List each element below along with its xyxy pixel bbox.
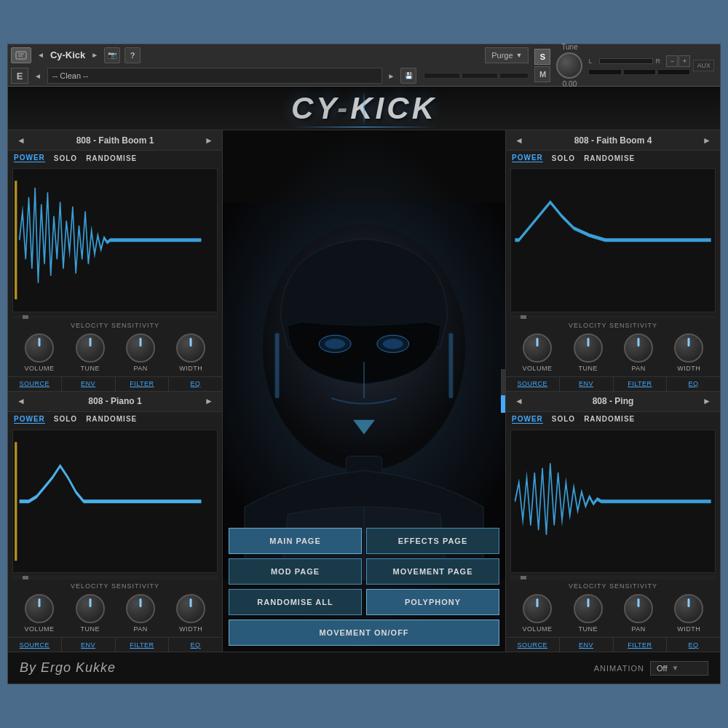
panel-bottom-left-next[interactable]: ►: [202, 396, 216, 406]
tune-knob-tr[interactable]: [574, 333, 603, 363]
pan-knob-tl[interactable]: [126, 333, 155, 363]
randomise-btn-tl[interactable]: RANDOMISE: [86, 154, 137, 162]
logo-area: CY-KICK: [8, 87, 720, 130]
volume-knob-tr[interactable]: [523, 333, 552, 363]
pan-knob-br[interactable]: [624, 594, 653, 623]
level-down-btn[interactable]: −: [666, 55, 678, 67]
width-knob-bl[interactable]: [176, 594, 205, 623]
slider-tl[interactable]: [12, 315, 218, 319]
power-btn-br[interactable]: POWER: [512, 415, 543, 424]
volume-knob-br[interactable]: [523, 594, 552, 623]
panel-bottom-left-header: ◄ 808 - Piano 1 ►: [8, 392, 222, 412]
nav-next-btn[interactable]: ►: [90, 51, 100, 59]
m-btn[interactable]: M: [534, 66, 550, 82]
power-btn-tr[interactable]: POWER: [512, 154, 543, 162]
mod-page-btn[interactable]: MOD PAGE: [229, 558, 362, 585]
width-knob-tr[interactable]: [674, 333, 703, 363]
preset-dropdown[interactable]: -- Clean --: [47, 68, 382, 84]
level-up-btn[interactable]: +: [678, 55, 690, 67]
preset-prev-btn[interactable]: ◄: [33, 72, 43, 80]
tune-knob-bl[interactable]: [76, 594, 105, 623]
top-bar: ◄ Cy-Kick ► 📷 ? Purge ▼ E ◄ -- Clean --: [8, 44, 720, 87]
tab-source-tr[interactable]: SOURCE: [506, 377, 560, 391]
volume-knob-tl[interactable]: [25, 333, 54, 363]
instrument-icon[interactable]: [11, 47, 31, 63]
tab-env-tr[interactable]: ENV: [560, 377, 614, 391]
tab-source-br[interactable]: SOURCE: [506, 638, 560, 652]
width-knob-tl[interactable]: [176, 333, 205, 363]
movement-page-btn[interactable]: MOVEMENT PAGE: [366, 558, 499, 585]
velocity-label-tr: VELOCITY SENSITIVITY: [506, 320, 720, 331]
panel-bottom-right-next[interactable]: ►: [700, 396, 714, 406]
randomise-btn-bl[interactable]: RANDOMISE: [86, 415, 137, 423]
animation-label: ANIMATION: [594, 664, 644, 673]
nav-prev-btn[interactable]: ◄: [36, 51, 46, 59]
level-strip: [501, 369, 505, 413]
s-btn[interactable]: S: [534, 49, 550, 65]
movement-on-off-btn[interactable]: MOVEMENT ON/OFF: [229, 620, 499, 646]
tab-filter-br[interactable]: FILTER: [614, 638, 668, 652]
pan-knob-bl[interactable]: [126, 594, 155, 623]
panel-top-right-header: ◄ 808 - Faith Boom 4 ►: [506, 130, 720, 151]
velocity-label-bl: VELOCITY SENSITIVITY: [8, 581, 222, 591]
animation-section: ANIMATION Off ▼: [594, 661, 708, 676]
slider-bl[interactable]: [12, 576, 218, 579]
tab-env-tl[interactable]: ENV: [62, 377, 116, 391]
randomise-btn-br[interactable]: RANDOMISE: [584, 415, 635, 423]
main-page-btn[interactable]: MAIN PAGE: [229, 528, 362, 554]
tab-env-br[interactable]: ENV: [560, 638, 614, 652]
tabs-bl: SOURCE ENV FILTER EQ: [8, 637, 222, 652]
slider-tr[interactable]: [510, 315, 716, 319]
solo-btn-br[interactable]: SOLO: [552, 415, 575, 423]
power-btn-tl[interactable]: POWER: [14, 154, 45, 162]
panel-top-right-next[interactable]: ►: [700, 135, 714, 146]
panel-top-left-prev[interactable]: ◄: [14, 135, 28, 146]
effects-page-btn[interactable]: EFFECTS PAGE: [366, 528, 499, 554]
volume-knob-bl[interactable]: [25, 594, 54, 623]
width-knob-br[interactable]: [674, 594, 703, 623]
waveform-bl: [12, 430, 218, 574]
tune-knob[interactable]: [556, 52, 582, 79]
panels-area: ◄ 808 - Faith Boom 1 ► POWER SOLO RANDOM…: [8, 130, 720, 652]
e-label[interactable]: E: [11, 68, 28, 84]
svg-rect-0: [16, 52, 26, 59]
solo-btn-bl[interactable]: SOLO: [54, 415, 77, 423]
polyphony-btn[interactable]: POLYPHONY: [366, 589, 499, 615]
info-btn[interactable]: ?: [124, 47, 141, 63]
preset-save-btn[interactable]: 💾: [400, 68, 416, 84]
level-bar-l: L R − +: [588, 55, 690, 67]
tune-knob-br[interactable]: [574, 594, 603, 623]
camera-btn[interactable]: 📷: [104, 47, 120, 63]
solo-btn-tl[interactable]: SOLO: [54, 154, 77, 162]
svg-point-10: [383, 339, 403, 349]
pan-knob-tr[interactable]: [624, 333, 653, 363]
solo-btn-tr[interactable]: SOLO: [552, 154, 575, 162]
knob-volume-tl: Volume: [25, 333, 55, 372]
randomise-all-btn[interactable]: RANDOMISE ALL: [229, 589, 362, 615]
panel-bottom-left-prev[interactable]: ◄: [14, 396, 28, 406]
tab-filter-tr[interactable]: FILTER: [614, 377, 668, 391]
panel-bottom-right-prev[interactable]: ◄: [512, 396, 526, 406]
slider-br[interactable]: [510, 576, 716, 579]
panel-top-right-prev[interactable]: ◄: [512, 135, 526, 146]
tab-eq-br[interactable]: EQ: [667, 638, 720, 652]
randomise-btn-tr[interactable]: RANDOMISE: [584, 154, 635, 162]
panel-top-left-next[interactable]: ►: [202, 135, 216, 146]
tune-knob-tl[interactable]: [76, 333, 105, 363]
preset-next-btn[interactable]: ►: [387, 72, 397, 80]
tab-source-tl[interactable]: SOURCE: [8, 377, 62, 391]
power-btn-bl[interactable]: POWER: [14, 415, 45, 424]
aux-btn[interactable]: AUX: [693, 60, 714, 71]
tune-section: Tune 0.00: [553, 40, 585, 91]
tab-source-bl[interactable]: SOURCE: [8, 638, 62, 652]
tab-eq-bl[interactable]: EQ: [169, 638, 222, 652]
purge-btn[interactable]: Purge ▼: [485, 47, 529, 63]
svg-rect-17: [448, 333, 453, 398]
tab-eq-tl[interactable]: EQ: [169, 377, 222, 391]
tab-env-bl[interactable]: ENV: [62, 638, 116, 652]
tab-filter-tl[interactable]: FILTER: [116, 377, 170, 391]
tab-eq-tr[interactable]: EQ: [667, 377, 720, 391]
panel-bottom-left-controls: POWER SOLO RANDOMISE: [8, 412, 222, 427]
animation-dropdown[interactable]: Off ▼: [650, 661, 708, 676]
tab-filter-bl[interactable]: FILTER: [116, 638, 170, 652]
